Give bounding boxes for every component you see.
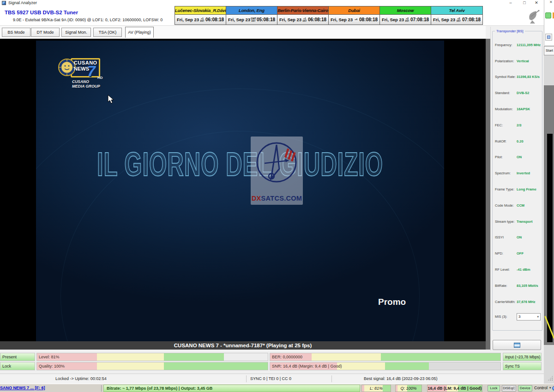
background-green-icon [545, 12, 551, 18]
clock-datetime: Fri, Sep 23 +2 DST 07:08:18 [431, 15, 482, 24]
clock-dubai: Dubai Fri, Sep 23 +4 08:08:18 [329, 6, 380, 24]
clock-offset: +2 DST [456, 18, 462, 22]
tp-row-pilot: Pilot:ON [495, 149, 541, 166]
tp-row-modulation: Modulation:16APSK [495, 101, 541, 117]
present-indicator: Present [0, 353, 35, 361]
tp-value: 83,105 Mbit/s [517, 284, 538, 288]
clock-date: Fri, Sep 23 [228, 17, 250, 22]
mis-dropdown[interactable]: 3 ▾ [517, 313, 541, 321]
tp-label: RollOff: [495, 139, 517, 143]
satellite-dish-icon [527, 9, 543, 24]
tp-row-stream-type: Stream type:Transport [495, 214, 541, 230]
tab-dt-mode[interactable]: DT Mode [31, 28, 60, 37]
minimize-button[interactable]: – [506, 0, 515, 6]
tp-value: 16APSK [517, 107, 530, 111]
background-close-icon: ✕ [549, 0, 553, 4]
stacked-layers-icon [514, 343, 520, 348]
tuner-name: TBS 5927 USB DVB-S2 Tuner [5, 10, 78, 15]
app-icon [2, 1, 6, 5]
background-window-strip: ✕ Start [544, 0, 554, 384]
promo-label: Promo [378, 297, 406, 307]
tp-value: 37,676 MHz [517, 300, 535, 304]
clock-city-name: London, Eng [226, 6, 277, 15]
ber-bar: BER: 0,0000000 [270, 353, 501, 361]
sync-counters-status: SYNC 0 | TEI 0 | CC 0 [250, 376, 291, 381]
clock-time: 07:08:18 [410, 17, 429, 22]
status-divider [331, 375, 332, 382]
video-frame: IL GIORNO DEL GIUDIZIO CUSANO NEWS 7 HD … [36, 41, 444, 341]
clock-time: 07:08:18 [462, 17, 481, 22]
clock-offset: GMT DST [250, 18, 257, 22]
clock-city-name: Dubai [329, 6, 379, 15]
background-small-button[interactable] [545, 34, 552, 41]
clock-date: Fri, Sep 23 [433, 17, 455, 22]
tp-label: ISSYI [495, 235, 517, 239]
tab-bs-mode[interactable]: BS Mode [2, 28, 30, 37]
tp-value: OFF [517, 251, 524, 255]
best-signal-status: Best signal: 16,4 dB (2022-09-23 06:05) [364, 376, 438, 381]
chevron-down-icon[interactable]: ▾ [549, 386, 551, 390]
control-menu[interactable]: Control [534, 386, 548, 390]
tp-row-npd: NPD:OFF [495, 245, 541, 261]
logo-subtext1: CUSANO [72, 79, 89, 84]
diseqc-button[interactable]: DiSEqC [502, 385, 516, 392]
clock-date: Fri, Sep 23 [279, 17, 301, 22]
clock-time: 06:08:18 [205, 17, 224, 22]
clock-offset: +4 [353, 18, 359, 21]
world-clocks: Lučenec-Slovakia_R.Dávid Fri, Sep 23 +1 … [175, 6, 483, 25]
logo-number: 7 [87, 63, 96, 80]
lock-indicator: Lock [0, 362, 35, 370]
tp-row-code-mode: Code Mode:CCM [495, 197, 541, 214]
tp-row-carrier-width: CarrierWidth:37,676 MHz [495, 294, 541, 310]
device-button[interactable]: Device [518, 385, 532, 392]
clock-utc-offset: +4 [355, 18, 357, 21]
tp-label: BitRate: [495, 284, 517, 288]
sync-ts-indicator: Sync TS [503, 362, 542, 370]
header: TBS 5927 USB DVB-S2 Tuner 9.0E - Eutelsa… [0, 6, 544, 26]
clock-dst-flag: DST [457, 20, 461, 22]
channel-link[interactable]: CUSANO NEWS 7 ... [F: 6] [0, 386, 101, 390]
tp-value: 31396,83 KS/s [517, 75, 540, 79]
tp-label: NPD: [495, 251, 517, 255]
chevron-down-icon: ▾ [537, 315, 539, 319]
transponder-rows: Frequency:12111,395 MHz Polarization:Ver… [495, 37, 541, 321]
clock-time: 05:08:18 [257, 17, 275, 22]
clock-datetime: Fri, Sep 23 GMT DST 05:08:18 [226, 15, 277, 24]
tp-row-symbol-rate: Symbol Rate:31396,83 KS/s [495, 69, 541, 85]
tp-value: CCM [517, 203, 524, 208]
lock-button[interactable]: Lock [488, 385, 500, 392]
tp-value: 0.20 [517, 139, 524, 143]
player-status-title: CUSANO NEWS 7 - *unnamed-7187* (Playing … [0, 341, 486, 350]
tp-value: Long Frame [517, 187, 536, 191]
tp-label: RF Level: [495, 267, 517, 272]
mis-label: MIS (3): [495, 315, 517, 319]
maximize-button[interactable]: □ [520, 0, 529, 6]
tp-value: 12111,395 MHz [517, 43, 541, 47]
input-bitrate-indicator: Input (~23,78 Mbps) [503, 353, 542, 361]
transponder-groupbox: Transponder [BS] Frequency:12111,395 MHz… [492, 31, 542, 331]
tab-av-playing[interactable]: AV (Playing) [125, 27, 154, 38]
tp-row-standard: Standard:DVB-S2 [495, 85, 541, 101]
tp-label: Symbol Rate: [495, 75, 517, 79]
signal-db-mini-bar: 16,4 dB (LM: 9,4 dB | Good) [427, 385, 482, 392]
snr-bar: SNR: 16,4 dB (Margin: 9,4 dB | Good) [270, 362, 501, 370]
level-bar: Level: 81% [36, 353, 268, 361]
start-button[interactable]: Start [544, 46, 554, 55]
clock-offset: +1 DST [199, 18, 205, 22]
tp-row-bitrate: BitRate:83,105 Mbit/s [495, 278, 541, 294]
lock-uptime-status: Locked -> Uptime: 00:02:54 [55, 376, 107, 381]
window-title: Signal Analyzer [8, 0, 37, 5]
layers-button[interactable] [493, 340, 541, 350]
clock-dst-flag: DST [303, 20, 307, 22]
background-window-top: ✕ [544, 0, 554, 45]
close-button[interactable]: ✕ [532, 0, 541, 6]
clock-offset: +1 DST [301, 18, 308, 22]
clock-datetime: Fri, Sep 23 +1 DST 06:08:18 [175, 15, 226, 24]
clock-datetime: Fri, Sep 23 +2 DST 07:08:18 [380, 15, 431, 24]
clock-datetime: Fri, Sep 23 +1 DST 06:08:18 [277, 15, 328, 24]
tab-signal-mon[interactable]: Signal Mon. [61, 28, 91, 37]
tab-tsa[interactable]: TSA (OK) [93, 28, 122, 37]
clock-offset: +2 DST [404, 18, 410, 22]
mouse-cursor-icon [108, 95, 114, 104]
clock-lucenec: Lučenec-Slovakia_R.Dávid Fri, Sep 23 +1 … [175, 6, 226, 24]
